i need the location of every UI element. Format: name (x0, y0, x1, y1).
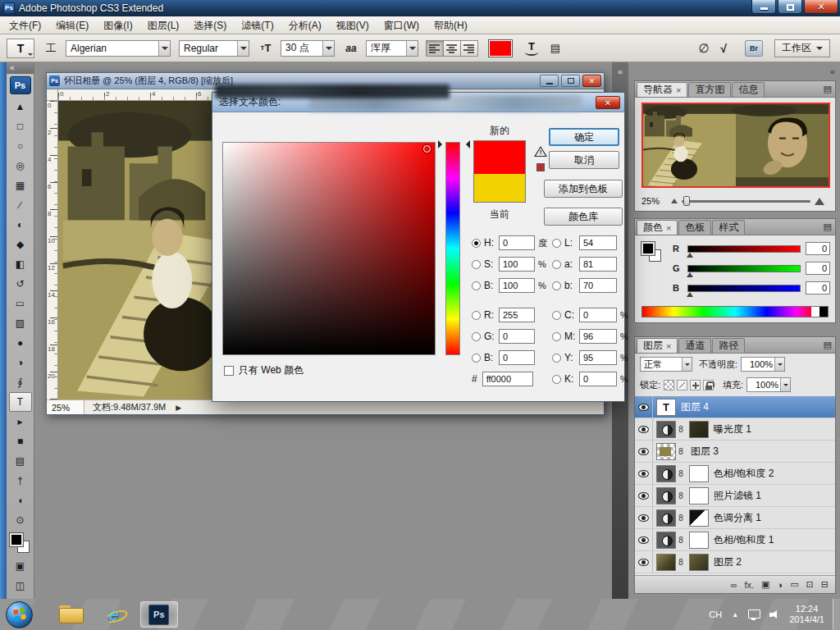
field-input[interactable]: 0 (579, 372, 617, 386)
field-radio[interactable] (552, 239, 561, 248)
lasso-tool[interactable]: ○ (9, 136, 32, 156)
eyedropper-tool[interactable]: † (9, 471, 32, 491)
gradient-tool[interactable]: ▧ (9, 313, 32, 333)
text-orientation-icon[interactable]: 工 (43, 40, 59, 57)
panel-tab[interactable]: 信息× (732, 82, 765, 97)
taskbar-photoshop-button[interactable]: Ps (140, 601, 178, 628)
brush-tool[interactable]: ◆ (9, 235, 32, 254)
maximize-button[interactable] (778, 0, 802, 14)
layer-row[interactable]: 8 曝光度 1 (635, 418, 835, 441)
color-spectrum-ramp[interactable] (641, 306, 829, 317)
font-style-select[interactable]: Regular (179, 40, 249, 57)
menu-item[interactable]: 分析(A) (281, 16, 329, 34)
language-indicator[interactable]: CH (709, 609, 722, 619)
hex-input[interactable]: ff0000 (482, 372, 533, 386)
opacity-value[interactable]: 100% (741, 357, 785, 372)
panel-menu-icon[interactable]: ▤ (824, 84, 832, 94)
quick-selection-tool[interactable]: ◎ (9, 156, 32, 176)
web-colors-checkbox[interactable] (224, 366, 234, 376)
channel-value[interactable]: 0 (806, 242, 830, 255)
foreground-background-colors[interactable] (8, 532, 33, 556)
new-layer-icon[interactable]: ⊡ (806, 579, 814, 590)
volume-icon[interactable] (769, 609, 781, 619)
menu-item[interactable]: 窗口(W) (377, 16, 427, 34)
anti-alias-select[interactable]: 浑厚 (366, 40, 418, 57)
dodge-tool[interactable]: ◑ (9, 353, 32, 372)
lock-all-icon[interactable] (703, 380, 714, 390)
field-input[interactable]: 96 (579, 329, 617, 344)
show-desktop-button[interactable] (833, 599, 840, 630)
field-input[interactable]: 0 (579, 308, 617, 322)
doc-restore-button[interactable] (561, 75, 580, 87)
quick-mask-icon[interactable]: ▣ (9, 556, 32, 576)
field-input[interactable]: 95 (579, 350, 617, 365)
align-left-button[interactable] (426, 40, 444, 57)
visibility-toggle[interactable] (635, 463, 653, 484)
field-radio[interactable] (552, 311, 561, 320)
align-center-button[interactable] (443, 40, 461, 57)
navigator-zoom-value[interactable]: 25% (641, 196, 660, 206)
field-radio[interactable] (472, 311, 481, 320)
hue-slider[interactable] (445, 142, 460, 355)
taskbar-explorer-icon[interactable] (59, 605, 84, 623)
white-swatch[interactable] (811, 307, 819, 317)
foreground-color-chip[interactable] (10, 533, 23, 546)
layer-row[interactable]: 8 色相/饱和度 2 (635, 463, 835, 485)
visibility-toggle[interactable] (635, 418, 653, 440)
field-radio[interactable] (472, 260, 481, 269)
align-right-button[interactable] (460, 40, 478, 57)
notes-tool[interactable]: ▤ (9, 451, 32, 471)
panel-tab[interactable]: 颜色× (637, 220, 678, 235)
layer-row[interactable]: 8 照片滤镜 1 (635, 485, 835, 507)
commit-edits-icon[interactable]: √ (714, 42, 733, 55)
taskbar-clock[interactable]: 12:24 2014/4/1 (789, 604, 824, 625)
field-radio[interactable] (472, 281, 481, 290)
ok-button[interactable]: 确定 (549, 128, 619, 146)
zoom-in-icon[interactable] (815, 198, 824, 205)
menu-item[interactable]: 图层(L) (140, 16, 187, 34)
layer-row[interactable]: 8 图层 2 (635, 551, 835, 573)
channel-slider[interactable] (687, 285, 801, 292)
tray-expand-icon[interactable]: ▲ (732, 611, 738, 619)
field-input[interactable]: 255 (499, 308, 535, 322)
move-tool[interactable]: ▲ (9, 97, 32, 116)
crop-tool[interactable]: ▦ (9, 176, 32, 195)
channel-slider[interactable] (687, 245, 801, 253)
cancel-button[interactable]: 取消 (549, 151, 619, 169)
menu-item[interactable]: 图像(I) (96, 16, 139, 34)
panel-tab[interactable]: 直方图× (688, 82, 731, 97)
field-input[interactable]: 70 (579, 278, 617, 293)
go-to-bridge-icon[interactable]: Br (745, 40, 763, 57)
channel-slider[interactable] (687, 265, 801, 272)
panel-tab[interactable]: 样式× (712, 220, 745, 235)
proxy-view-box[interactable] (641, 103, 830, 188)
field-input[interactable]: 100 (499, 257, 535, 272)
field-radio[interactable] (552, 260, 561, 269)
font-family-select[interactable]: Algerian (66, 40, 171, 57)
type-tool[interactable]: T (9, 392, 32, 412)
clone-stamp-tool[interactable]: ◧ (9, 254, 32, 274)
delete-layer-icon[interactable]: ⊟ (821, 579, 829, 590)
panel-menu-icon[interactable]: ▤ (824, 221, 832, 232)
current-color-swatch[interactable] (474, 174, 525, 202)
lock-position-icon[interactable] (690, 380, 701, 390)
status-options-icon[interactable]: ▶ (176, 404, 181, 412)
panel-tab[interactable]: 图层× (637, 338, 678, 353)
menu-item[interactable]: 滤镜(T) (234, 16, 281, 34)
saturation-brightness-field[interactable] (222, 142, 436, 355)
field-radio[interactable] (472, 332, 481, 341)
text-color-swatch[interactable] (488, 39, 513, 57)
screen-mode-icon[interactable]: ◫ (9, 576, 32, 596)
tools-collapse-header[interactable]: « (7, 62, 34, 74)
field-input[interactable]: 100 (499, 278, 535, 293)
rectangular-marquee-tool[interactable]: □ (9, 116, 32, 136)
warp-text-icon[interactable] (523, 40, 541, 57)
field-radio[interactable] (552, 281, 561, 290)
field-input[interactable]: 0 (499, 235, 535, 250)
channel-value[interactable]: 0 (806, 281, 830, 294)
history-brush-tool[interactable]: ↺ (9, 274, 32, 294)
field-radio[interactable] (472, 239, 481, 248)
font-size-select[interactable]: 30 点 (281, 40, 335, 57)
navigator-zoom-slider[interactable] (682, 200, 810, 203)
color-field-marker[interactable] (423, 145, 431, 153)
